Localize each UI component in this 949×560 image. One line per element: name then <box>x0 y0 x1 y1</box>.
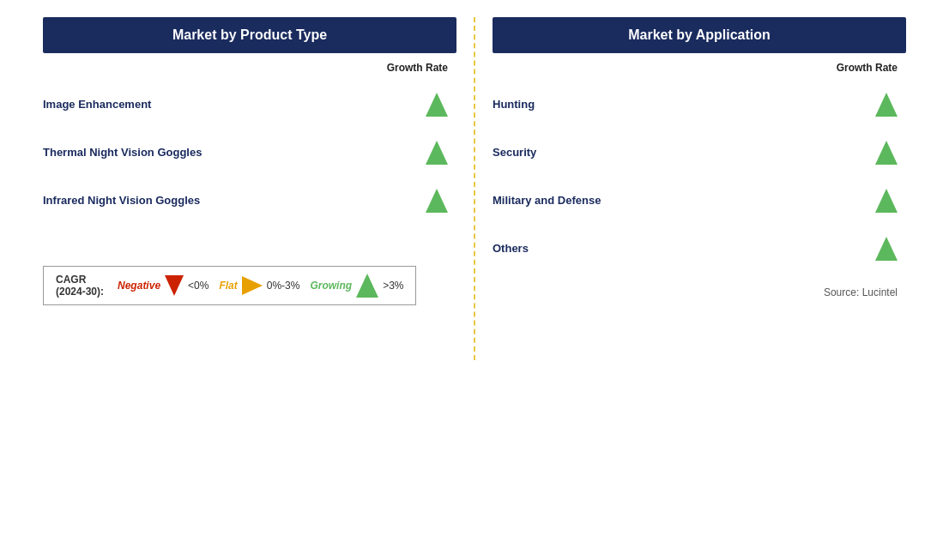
green-up-arrow-icon <box>875 93 898 117</box>
legend-flat: Flat 0%-3% <box>219 276 299 295</box>
item-label-thermal: Thermal Night Vision Goggles <box>43 145 202 160</box>
arrow-infrared <box>405 189 456 213</box>
arrow-military <box>855 189 906 213</box>
main-container: Market by Product Type Growth Rate Image… <box>0 0 949 377</box>
legend-growing: Growing >3% <box>310 274 403 298</box>
item-label-infrared: Infrared Night Vision Goggles <box>43 193 200 208</box>
green-up-arrow-icon <box>426 93 448 117</box>
green-up-arrow-icon <box>875 141 898 165</box>
right-panel-header: Market by Application <box>493 17 906 53</box>
green-up-arrow-icon <box>426 189 448 213</box>
legend-growing-text: Growing <box>310 280 352 292</box>
left-item-image-enhancement: Image Enhancement <box>43 81 456 129</box>
dashed-divider <box>474 17 475 360</box>
legend-flat-text: Flat <box>219 280 237 292</box>
green-up-arrow-icon <box>875 237 898 261</box>
right-panel-title: Market by Application <box>628 27 771 42</box>
legend-negative-text: Negative <box>118 280 160 292</box>
legend-growing-range: >3% <box>383 280 403 292</box>
left-growth-rate-label: Growth Rate <box>43 62 456 74</box>
legend-flat-range: 0%-3% <box>267 280 300 292</box>
cagr-label: CAGR(2024-30): <box>56 274 104 298</box>
right-panel: Market by Application Growth Rate Huntin… <box>484 17 906 360</box>
item-label-hunting: Hunting <box>493 97 535 112</box>
left-panel-title: Market by Product Type <box>172 27 327 42</box>
left-panel: Market by Product Type Growth Rate Image… <box>43 17 465 360</box>
item-label-military: Military and Defense <box>493 193 601 208</box>
right-item-others: Others <box>493 225 906 273</box>
item-label-image-enhancement: Image Enhancement <box>43 97 151 112</box>
left-item-thermal: Thermal Night Vision Goggles <box>43 129 456 177</box>
panels-wrapper: Market by Product Type Growth Rate Image… <box>43 17 906 360</box>
right-growth-rate-label: Growth Rate <box>493 62 906 74</box>
left-item-infrared: Infrared Night Vision Goggles <box>43 177 456 225</box>
arrow-thermal <box>405 141 456 165</box>
item-label-others: Others <box>493 241 529 256</box>
green-up-arrow-icon <box>426 141 448 165</box>
arrow-hunting <box>855 93 906 117</box>
arrow-security <box>855 141 906 165</box>
left-panel-header: Market by Product Type <box>43 17 456 53</box>
legend-negative-range: <0% <box>188 280 209 292</box>
green-up-arrow-legend-icon <box>356 274 378 298</box>
right-item-military: Military and Defense <box>493 177 906 225</box>
arrow-image-enhancement <box>405 93 456 117</box>
arrow-others <box>855 237 906 261</box>
right-item-hunting: Hunting <box>493 81 906 129</box>
red-down-arrow-icon <box>165 275 184 296</box>
orange-right-arrow-icon <box>242 276 263 295</box>
right-item-security: Security <box>493 129 906 177</box>
legend-negative: Negative <0% <box>118 275 209 296</box>
item-label-security: Security <box>493 145 536 160</box>
legend-box: CAGR(2024-30): Negative <0% Flat 0%-3% G… <box>43 266 416 305</box>
source-text: Source: Lucintel <box>493 286 906 298</box>
green-up-arrow-icon <box>875 189 898 213</box>
